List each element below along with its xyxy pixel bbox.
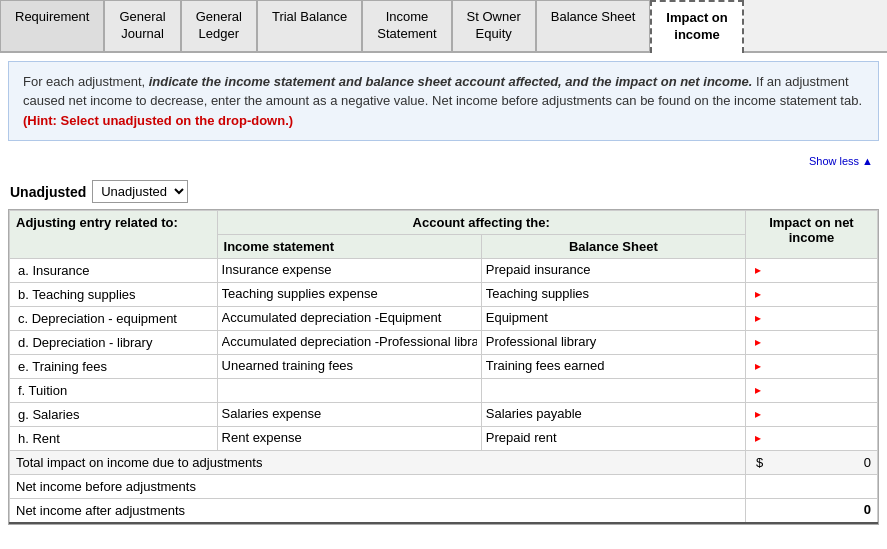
table-row: g. Salaries▸ xyxy=(10,403,878,427)
tab-impact-on-income[interactable]: Impact onincome xyxy=(650,0,743,53)
income-input-d[interactable] xyxy=(222,334,477,349)
impact-cell-f[interactable]: ▸ xyxy=(745,379,877,403)
impact-cell-c[interactable]: ▸ xyxy=(745,307,877,331)
balance-cell-g[interactable] xyxy=(481,403,745,427)
col-entry-header: Adjusting entry related to: xyxy=(10,211,218,259)
impact-header: Impact on net income xyxy=(745,211,877,259)
total-dollar-cell: $ 0 xyxy=(745,451,877,475)
income-cell-e[interactable] xyxy=(217,355,481,379)
table-row: e. Training fees▸ xyxy=(10,355,878,379)
income-input-g[interactable] xyxy=(222,406,477,421)
entry-label-e: e. Training fees xyxy=(10,355,218,379)
impact-input-g[interactable] xyxy=(761,406,868,421)
unadjusted-dropdown[interactable]: Unadjusted Adjusted xyxy=(92,180,188,203)
balance-cell-a[interactable] xyxy=(481,259,745,283)
impact-cell-a[interactable]: ▸ xyxy=(745,259,877,283)
adjustments-table-wrapper: Adjusting entry related to: Account affe… xyxy=(8,209,879,525)
income-cell-c[interactable] xyxy=(217,307,481,331)
table-row: c. Depreciation - equipment▸ xyxy=(10,307,878,331)
income-cell-a[interactable] xyxy=(217,259,481,283)
col-income-header: Income statement xyxy=(217,235,481,259)
balance-input-h[interactable] xyxy=(486,430,741,445)
adjustments-table: Adjusting entry related to: Account affe… xyxy=(9,210,878,524)
table-footer: Total impact on income due to adjustment… xyxy=(10,451,878,524)
impact-input-f[interactable] xyxy=(761,382,868,397)
income-cell-b[interactable] xyxy=(217,283,481,307)
balance-input-f[interactable] xyxy=(486,382,741,397)
dropdown-row: Unadjusted Unadjusted Adjusted xyxy=(0,172,887,209)
tab-requirement[interactable]: Requirement xyxy=(0,0,104,51)
balance-cell-e[interactable] xyxy=(481,355,745,379)
table-row: h. Rent▸ xyxy=(10,427,878,451)
entry-label-h: h. Rent xyxy=(10,427,218,451)
income-input-b[interactable] xyxy=(222,286,477,301)
balance-input-d[interactable] xyxy=(486,334,741,349)
table-row: d. Depreciation - library▸ xyxy=(10,331,878,355)
net-before-input[interactable] xyxy=(750,478,873,493)
net-after-value-cell: 0 xyxy=(745,499,877,524)
impact-cell-h[interactable]: ▸ xyxy=(745,427,877,451)
balance-cell-c[interactable] xyxy=(481,307,745,331)
tab-income-statement[interactable]: IncomeStatement xyxy=(362,0,451,51)
balance-input-b[interactable] xyxy=(486,286,741,301)
income-cell-d[interactable] xyxy=(217,331,481,355)
impact-cell-g[interactable]: ▸ xyxy=(745,403,877,427)
tab-st-owner-equity[interactable]: St OwnerEquity xyxy=(452,0,536,51)
instructions-box: For each adjustment, indicate the income… xyxy=(8,61,879,142)
impact-cell-e[interactable]: ▸ xyxy=(745,355,877,379)
entry-label-c: c. Depreciation - equipment xyxy=(10,307,218,331)
entry-label-a: a. Insurance xyxy=(10,259,218,283)
tab-general-ledger[interactable]: GeneralLedger xyxy=(181,0,257,51)
impact-input-a[interactable] xyxy=(761,262,868,277)
income-input-h[interactable] xyxy=(222,430,477,445)
tab-bar: Requirement GeneralJournal GeneralLedger… xyxy=(0,0,887,53)
table-header-group: Adjusting entry related to: Account affe… xyxy=(10,211,878,235)
balance-input-c[interactable] xyxy=(486,310,741,325)
balance-input-a[interactable] xyxy=(486,262,741,277)
tab-general-journal[interactable]: GeneralJournal xyxy=(104,0,180,51)
impact-input-b[interactable] xyxy=(761,286,868,301)
balance-cell-h[interactable] xyxy=(481,427,745,451)
balance-cell-b[interactable] xyxy=(481,283,745,307)
table-body: a. Insurance▸b. Teaching supplies▸c. Dep… xyxy=(10,259,878,451)
tab-balance-sheet[interactable]: Balance Sheet xyxy=(536,0,651,51)
entry-label-d: d. Depreciation - library xyxy=(10,331,218,355)
entry-label-f: f. Tuition xyxy=(10,379,218,403)
income-cell-g[interactable] xyxy=(217,403,481,427)
impact-input-h[interactable] xyxy=(761,430,868,445)
impact-input-e[interactable] xyxy=(761,358,868,373)
impact-cell-b[interactable]: ▸ xyxy=(745,283,877,307)
total-row: Total impact on income due to adjustment… xyxy=(10,451,878,475)
show-less-button[interactable]: Show less ▲ xyxy=(0,149,887,172)
balance-cell-f[interactable] xyxy=(481,379,745,403)
balance-cell-d[interactable] xyxy=(481,331,745,355)
impact-input-c[interactable] xyxy=(761,310,868,325)
net-after-row: Net income after adjustments 0 xyxy=(10,499,878,524)
impact-cell-d[interactable]: ▸ xyxy=(745,331,877,355)
entry-label-g: g. Salaries xyxy=(10,403,218,427)
dropdown-label: Unadjusted xyxy=(10,184,86,200)
income-input-f[interactable] xyxy=(222,382,477,397)
net-before-row: Net income before adjustments xyxy=(10,475,878,499)
balance-input-e[interactable] xyxy=(486,358,741,373)
table-row: b. Teaching supplies▸ xyxy=(10,283,878,307)
tab-trial-balance[interactable]: Trial Balance xyxy=(257,0,362,51)
instructions-text: For each adjustment, indicate the income… xyxy=(23,74,862,128)
table-row: f. Tuition▸ xyxy=(10,379,878,403)
net-before-label: Net income before adjustments xyxy=(10,475,746,499)
entry-label-b: b. Teaching supplies xyxy=(10,283,218,307)
income-input-c[interactable] xyxy=(222,310,477,325)
balance-input-g[interactable] xyxy=(486,406,741,421)
income-input-e[interactable] xyxy=(222,358,477,373)
net-before-value-cell[interactable] xyxy=(745,475,877,499)
table-row: a. Insurance▸ xyxy=(10,259,878,283)
total-label: Total impact on income due to adjustment… xyxy=(10,451,746,475)
income-input-a[interactable] xyxy=(222,262,477,277)
col-balance-header: Balance Sheet xyxy=(481,235,745,259)
net-after-label: Net income after adjustments xyxy=(10,499,746,524)
account-group-header: Account affecting the: xyxy=(217,211,745,235)
impact-input-d[interactable] xyxy=(761,334,868,349)
income-cell-h[interactable] xyxy=(217,427,481,451)
income-cell-f[interactable] xyxy=(217,379,481,403)
